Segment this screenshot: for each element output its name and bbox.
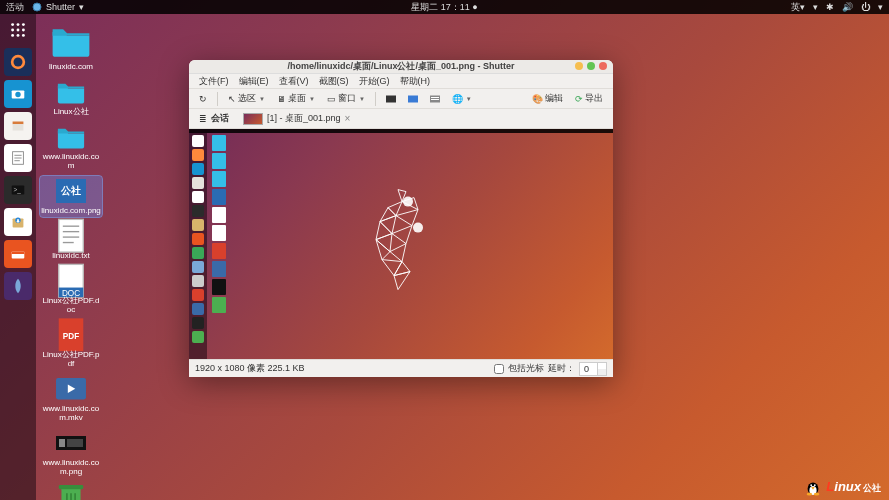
export-button[interactable]: ⟳导出 <box>571 90 607 107</box>
menu-file[interactable]: 文件(F) <box>195 74 233 89</box>
globe-icon: 🌐 <box>452 94 463 104</box>
include-cursor-checkbox[interactable] <box>494 364 504 374</box>
cursor-icon: ↖ <box>228 94 236 104</box>
session-tab[interactable]: ≣会话 <box>193 110 235 127</box>
shutter-icon <box>32 2 42 12</box>
folder-icon <box>56 124 86 150</box>
files-launcher[interactable] <box>4 112 32 140</box>
software-launcher[interactable] <box>4 208 32 236</box>
image-thumbnail-icon: 公社 <box>56 178 86 204</box>
screenshot-canvas[interactable] <box>189 129 613 359</box>
svg-marker-55 <box>388 202 402 216</box>
desktop-folder-linuxgongshe[interactable]: Linux公社 <box>40 77 102 118</box>
text-editor-launcher[interactable] <box>4 144 32 172</box>
svg-point-3 <box>22 23 25 26</box>
window-icon: ▭ <box>327 94 336 104</box>
close-tab-button[interactable]: × <box>345 113 351 124</box>
status-bar: 1920 x 1080 像素 225.1 KB 包括光标 延时： 0 <box>189 359 613 377</box>
svg-point-5 <box>17 29 20 32</box>
svg-marker-66 <box>394 272 410 290</box>
power-icon[interactable]: ⏻ <box>861 2 870 12</box>
menu-help[interactable]: 帮助(H) <box>396 74 435 89</box>
show-apps-button[interactable] <box>4 16 32 44</box>
svg-point-6 <box>22 29 25 32</box>
clock[interactable]: 星期二 17：11 ● <box>411 1 477 14</box>
volume-icon[interactable]: 🔊 <box>842 2 853 12</box>
svg-point-7 <box>11 34 14 37</box>
svg-point-72 <box>814 484 816 486</box>
camera-launcher[interactable] <box>4 80 32 108</box>
mode-button-1[interactable] <box>382 92 400 106</box>
desktop-image-www-png[interactable]: www.linuxidc.com.png <box>40 428 102 478</box>
shutter-launcher[interactable] <box>4 272 32 300</box>
menu-icon <box>430 94 440 104</box>
text-file-icon <box>56 223 86 249</box>
active-app-indicator[interactable]: Shutter ▾ <box>32 2 84 12</box>
web-tool-button[interactable]: 🌐▼ <box>448 92 476 106</box>
svg-marker-56 <box>396 210 418 226</box>
ubuntu-software-launcher[interactable] <box>4 240 32 268</box>
desktop-folder-linuxidc-com[interactable]: linuxidc.com <box>40 20 102 73</box>
window-close-button[interactable] <box>599 62 607 70</box>
mode-button-3[interactable] <box>426 92 444 106</box>
svg-marker-63 <box>376 240 390 260</box>
desktop-tool-button[interactable]: 🖥桌面▼ <box>273 90 319 107</box>
svg-rect-48 <box>386 95 396 102</box>
network-icon[interactable]: ▾ <box>813 2 818 12</box>
desktop-text-linuxidc-txt[interactable]: linuxidc.txt <box>40 221 102 262</box>
redo-icon: ↻ <box>199 94 207 104</box>
window-titlebar[interactable]: /home/linuxidc/桌面/Linux公社/桌面_001.png - S… <box>189 60 613 74</box>
desktop-folder-www[interactable]: www.linuxidc.com <box>40 122 102 172</box>
svg-point-1 <box>11 23 14 26</box>
svg-rect-52 <box>431 99 439 100</box>
svg-rect-14 <box>13 122 24 125</box>
toolbar: ↻ ↖选区▼ 🖥桌面▼ ▭窗口▼ 🌐▼ 🎨编辑 ⟳导出 <box>189 89 613 109</box>
desktop-image-linuxidc-png[interactable]: 公社 linuxidc.com.png <box>40 176 102 217</box>
svg-point-75 <box>814 493 819 496</box>
selection-tool-button[interactable]: ↖选区▼ <box>224 90 269 107</box>
menu-view[interactable]: 查看(V) <box>275 74 313 89</box>
file-tab[interactable]: [1] - 桌面_001.png × <box>237 110 356 127</box>
image-info: 1920 x 1080 像素 225.1 KB <box>195 362 305 375</box>
delay-spinbox[interactable]: 0 <box>579 362 607 376</box>
svg-text:PDF: PDF <box>63 332 79 341</box>
thumbnail-icon <box>243 113 263 125</box>
wallpaper-wolf-icon <box>358 182 444 302</box>
window-maximize-button[interactable] <box>587 62 595 70</box>
desktop-trash[interactable]: 回收站 <box>40 482 102 500</box>
chevron-down-icon: ▼ <box>259 96 265 102</box>
desktop-doc-file[interactable]: DOC Linux公社PDF.doc <box>40 266 102 316</box>
menu-screenshot[interactable]: 截图(S) <box>315 74 353 89</box>
terminal-launcher[interactable]: >_ <box>4 176 32 204</box>
edit-button[interactable]: 🎨编辑 <box>528 90 567 107</box>
svg-rect-15 <box>13 124 24 130</box>
input-method-indicator[interactable]: 英 ▾ <box>791 1 805 14</box>
pdf-file-icon: PDF <box>56 322 86 348</box>
firefox-launcher[interactable] <box>4 48 32 76</box>
export-icon: ⟳ <box>575 94 583 104</box>
rect-dark-icon <box>386 94 396 104</box>
desktop-video-file[interactable]: www.linuxidc.com.mkv <box>40 374 102 424</box>
svg-point-71 <box>811 484 813 486</box>
svg-rect-28 <box>59 220 84 253</box>
menu-edit[interactable]: 编辑(E) <box>235 74 273 89</box>
window-title: /home/linuxidc/桌面/Linux公社/桌面_001.png - S… <box>287 60 514 73</box>
mode-button-2[interactable] <box>404 92 422 106</box>
separator <box>217 92 218 106</box>
svg-rect-25 <box>12 251 25 254</box>
activities-button[interactable]: 活动 <box>6 1 24 14</box>
system-menu-chevron[interactable]: ▾ <box>878 2 883 12</box>
window-tool-button[interactable]: ▭窗口▼ <box>323 90 369 107</box>
svg-rect-42 <box>67 439 83 447</box>
redo-button[interactable]: ↻ <box>195 92 211 106</box>
svg-marker-59 <box>392 226 412 244</box>
top-panel: 活动 Shutter ▾ 星期二 17：11 ● 英 ▾ ▾ ✱ 🔊 ⏻ ▾ <box>0 0 889 14</box>
include-cursor-label: 包括光标 <box>508 362 544 375</box>
menu-go[interactable]: 开始(G) <box>355 74 394 89</box>
svg-point-67 <box>403 197 413 207</box>
chevron-down-icon: ▼ <box>359 96 365 102</box>
desktop-pdf-file[interactable]: PDF Linux公社PDF.pdf <box>40 320 102 370</box>
bluetooth-icon[interactable]: ✱ <box>826 2 834 12</box>
palette-icon: 🎨 <box>532 94 543 104</box>
window-minimize-button[interactable] <box>575 62 583 70</box>
